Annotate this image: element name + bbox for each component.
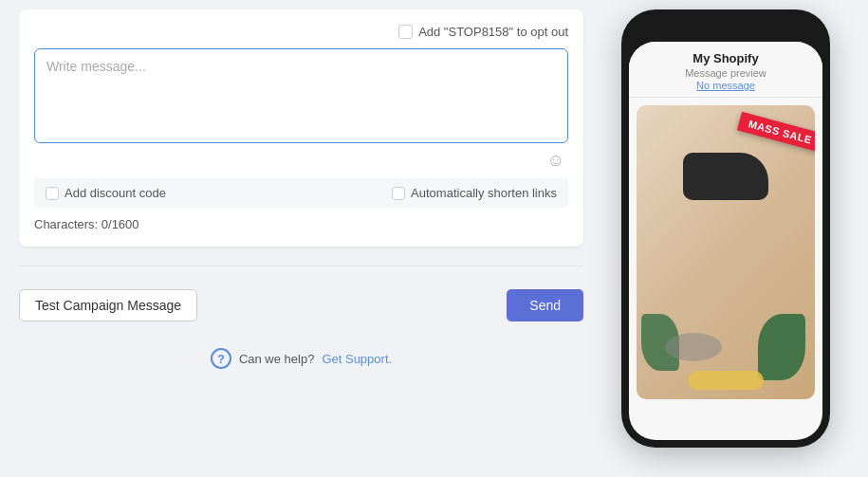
sale-badge: MASS SALE xyxy=(737,112,815,152)
opt-out-label: Add "STOP8158" to opt out xyxy=(418,25,568,39)
can-we-help-text: Can we help? xyxy=(239,352,315,366)
discount-code-label: Add discount code xyxy=(65,186,166,200)
phone-store-name: My Shopify xyxy=(638,51,813,65)
phone-no-message: No message xyxy=(638,80,813,91)
shorten-links-label: Automatically shorten links xyxy=(411,186,557,200)
phone-screen: My Shopify Message preview No message MA… xyxy=(629,42,822,440)
message-textarea[interactable] xyxy=(34,48,568,143)
shoe-silhouette xyxy=(683,153,768,200)
plant-leaf xyxy=(758,314,805,380)
sale-image: MASS SALE xyxy=(637,105,815,399)
phone-notch xyxy=(693,17,759,38)
left-panel: Add "STOP8158" to opt out ☺ Add discount… xyxy=(0,0,602,388)
emoji-row: ☺ xyxy=(34,151,568,171)
get-support-link[interactable]: Get Support. xyxy=(322,352,392,366)
composer-card: Add "STOP8158" to opt out ☺ Add discount… xyxy=(19,9,583,247)
character-count: Characters: 0/1600 xyxy=(34,217,568,231)
action-row: Test Campaign Message Send xyxy=(19,285,583,325)
phone-header: My Shopify Message preview No message xyxy=(629,42,822,98)
opt-out-checkbox[interactable] xyxy=(398,25,413,39)
send-button[interactable]: Send xyxy=(507,289,583,321)
discount-code-option: Add discount code xyxy=(46,186,166,200)
emoji-icon[interactable]: ☺ xyxy=(547,151,564,171)
test-campaign-button[interactable]: Test Campaign Message xyxy=(19,289,197,321)
options-row: Add discount code Automatically shorten … xyxy=(34,178,568,208)
help-row: ? Can we help? Get Support. xyxy=(19,348,583,369)
section-divider xyxy=(19,266,583,266)
phone-mockup: My Shopify Message preview No message MA… xyxy=(621,9,830,448)
help-icon[interactable]: ? xyxy=(211,348,231,369)
phone-image-area: MASS SALE xyxy=(629,98,822,407)
phone-wrapper: My Shopify Message preview No message MA… xyxy=(602,0,868,448)
yellow-item xyxy=(688,371,764,390)
accessories-blob xyxy=(665,333,722,361)
shorten-links-checkbox[interactable] xyxy=(392,187,405,200)
shorten-links-option: Automatically shorten links xyxy=(392,186,557,200)
discount-code-checkbox[interactable] xyxy=(46,187,59,200)
phone-preview-label: Message preview xyxy=(638,67,813,79)
opt-out-row: Add "STOP8158" to opt out xyxy=(34,25,568,39)
